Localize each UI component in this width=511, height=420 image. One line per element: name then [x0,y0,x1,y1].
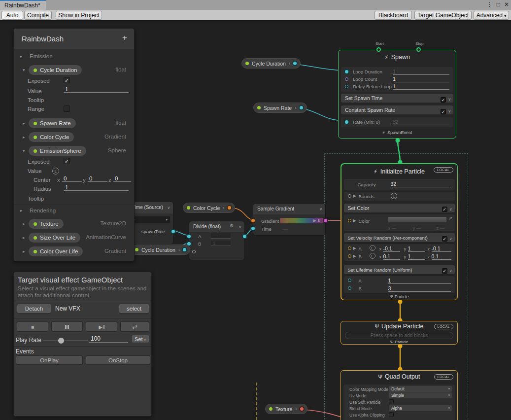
capacity-value[interactable]: 32 [391,181,451,187]
spawn-stop-port[interactable] [416,47,421,52]
advanced-dropdown-button[interactable]: Advanced ▾ [474,11,509,20]
pause-button[interactable] [51,321,83,332]
uv-mode-dropdown[interactable]: Simple▾ [389,392,452,398]
sample-gradient-output-port[interactable] [324,219,327,222]
space-toggle[interactable]: L [52,168,59,175]
onstop-button[interactable]: OnStop [86,355,150,365]
foldout-closed-icon[interactable]: ▸ [23,249,25,254]
blend-mode-dropdown[interactable]: Alpha▾ [389,405,452,411]
divide-add-operand-port[interactable] [192,250,196,253]
gradient-input-port[interactable] [251,219,255,222]
rate-port[interactable] [345,120,348,124]
set-velocity-block[interactable]: Set Velocity Random (Per-component) ✓∨ [344,233,455,242]
eyedropper-icon[interactable]: ↗ [448,215,452,221]
texture-pill[interactable]: Texture ‹ [265,404,307,414]
sample-gradient-node[interactable]: Sample Gradient ∨ Gradient Time — ▶ s [253,203,326,236]
play-rate-slider-handle[interactable] [58,338,64,344]
foldout-closed-icon[interactable]: ▸ [23,121,25,126]
constant-spawn-rate-block[interactable]: Constant Spawn Rate ✓∨ [341,105,453,114]
velocity-b-port[interactable] [348,254,351,258]
lifetime-a-value[interactable]: 1 [388,278,451,284]
expand-arrow-icon[interactable]: ▶ [353,194,356,198]
add-block-placeholder[interactable]: Press space to add blocks [345,332,453,339]
param-emission-sphere[interactable]: EmissionSphere [29,146,86,156]
stop-button[interactable]: ■ [17,321,48,332]
lifetime-b-value[interactable]: 3 [388,285,451,292]
pill-output-port[interactable] [183,248,186,251]
color-port[interactable] [348,219,351,222]
delay-before-loop-port[interactable] [345,85,348,88]
constant-spawn-rate-checkbox[interactable]: ✓ [441,109,446,114]
color-mapping-dropdown[interactable]: Default▾ [389,386,452,392]
velocity-b-x[interactable]: 0.1 [383,253,400,260]
target-gameobject-toggle-button[interactable]: Target GameObject [414,11,472,20]
foldout-open-icon[interactable]: ▾ [20,54,22,59]
param-texture[interactable]: Texture [29,219,64,229]
expand-arrow-icon[interactable]: ▶ [353,246,356,250]
play-rate-field[interactable]: 100 [89,335,128,343]
expand-arrow-icon[interactable]: ▶ [313,218,316,223]
chevron-down-icon[interactable]: ∨ [319,207,322,211]
collapse-icon[interactable]: ‹ [289,61,290,66]
center-y-field[interactable]: 0 [88,175,107,182]
set-lifetime-block[interactable]: Set Lifetime Random (Uniform) ✓∨ [344,265,455,274]
value-field[interactable]: 1 [64,86,129,93]
set-color-block[interactable]: Set Color ✓∨ [344,204,455,212]
lifetime-a-port[interactable] [348,279,351,282]
set-color-checkbox[interactable]: ✓ [442,207,447,212]
velocity-a-y[interactable]: 1 [408,245,425,252]
collapse-icon[interactable]: ‹ [178,247,180,252]
radius-field[interactable]: 1 [64,184,129,191]
auto-button[interactable]: Auto [1,11,23,20]
param-spawn-rate[interactable]: Spawn Rate [29,118,76,128]
center-x-field[interactable]: 0 [62,175,82,182]
foldout-closed-icon[interactable]: ▸ [23,221,25,226]
blackboard-toggle-button[interactable]: Blackboard [375,11,412,20]
maximize-icon[interactable]: □ [497,1,500,8]
category-rendering[interactable]: Rendering [30,208,56,213]
center-z-field[interactable]: 0 [113,175,131,182]
spawn-node[interactable]: ⚡Spawn Loop Duration 1 Loop Count 1 Dela… [338,50,456,139]
pill-output-port[interactable] [228,206,231,210]
initialize-node[interactable]: ⚡Initialize Particle LOCAL Capacity 32 ▶… [341,163,458,300]
loop-count-value[interactable]: 1 [393,76,449,82]
velocity-a-port[interactable] [348,246,351,250]
play-rate-slider-track[interactable] [43,341,88,341]
alpha-clipping-checkbox[interactable] [389,412,394,417]
collapse-icon[interactable]: ‹ [295,406,297,412]
color-gradient-swatch[interactable] [388,217,446,222]
divide-a-value[interactable]: — [211,233,231,239]
foldout-closed-icon[interactable]: ▸ [23,135,25,140]
gradient-swatch[interactable] [280,218,323,223]
loop-count-port[interactable] [345,77,348,81]
rate-value[interactable]: 32 [393,119,449,125]
velocity-b-y[interactable]: 1 [408,253,425,260]
space-toggle[interactable]: L [370,245,375,251]
category-emission[interactable]: Emission [30,53,53,59]
loop-duration-port[interactable] [345,70,348,73]
pill-output-port[interactable] [293,62,297,65]
compile-button[interactable]: Compile [24,11,52,20]
divide-node[interactable]: Divide (float) ⚙ ∨ A — B 1 [189,221,245,260]
space-toggle[interactable]: L [391,193,397,199]
divide-a-port[interactable] [187,235,191,238]
foldout-closed-icon[interactable]: ▸ [23,235,25,240]
divide-b-value[interactable]: 1 [211,241,231,246]
chevron-down-icon[interactable]: ∨ [448,107,451,116]
param-cycle-duration[interactable]: Cycle Duration [29,65,82,75]
velocity-a-x[interactable]: -0.1 [383,245,400,252]
spawn-rate-pill[interactable]: Spawn Rate ‹ [253,103,307,113]
chevron-down-icon[interactable]: ∨ [167,206,170,210]
spawn-start-port[interactable] [376,47,381,52]
exposed-checkbox[interactable]: ✓ [64,77,70,83]
param-size-over-life[interactable]: Size Over Life [29,233,80,243]
asset-tab[interactable]: RainbwDash* [0,0,46,10]
chevron-down-icon[interactable]: ∨ [238,225,241,229]
set-spawn-time-block[interactable]: Set Spawn Time ✓∨ [341,94,453,103]
collapse-icon[interactable]: ‹ [223,205,224,210]
set-dropdown-button[interactable]: Set ▾ [131,335,149,343]
gear-icon[interactable]: ⚙ [230,223,234,228]
expand-arrow-icon[interactable]: ▶ [353,218,356,223]
set-spawn-time-checkbox[interactable]: ✓ [441,97,446,103]
set-lifetime-checkbox[interactable]: ✓ [442,268,447,274]
